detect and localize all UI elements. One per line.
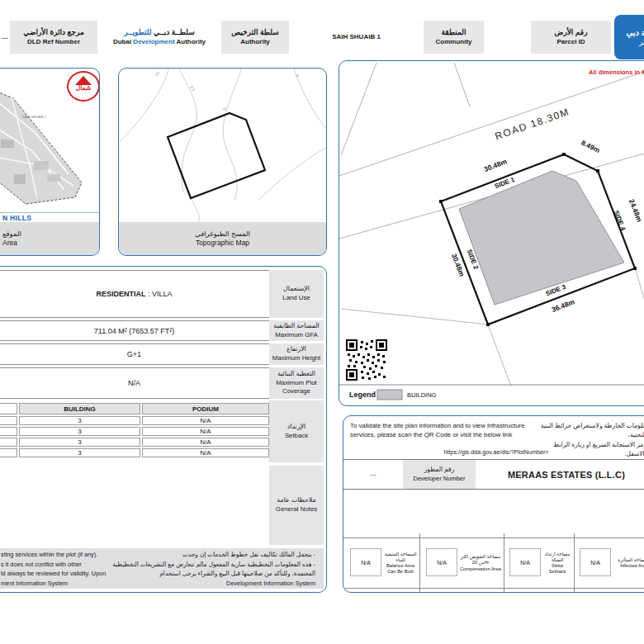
setback-label-ar: الإرتداد <box>287 423 305 432</box>
plot-details-panel: RESIDENTIAL : VILLA الإستعمال Land Use 7… <box>0 266 327 593</box>
setback-side-header <box>0 403 17 414</box>
authority-label-en: Authority <box>240 38 270 46</box>
note-ar-line2: - هذه المعلومات التخطيطية سارية المفعول … <box>68 560 315 570</box>
community-label: المنطقة Community <box>424 21 484 54</box>
road-label: ROAD 18.30M <box>494 106 571 142</box>
max-height-label-ar: الارتفاع <box>286 345 306 354</box>
land-use-label-en: Land Use <box>282 294 310 303</box>
max-gfa-label-en: Maximum GFA <box>275 331 318 340</box>
note-ar-line3: المعتمدة، وللتأكد من صلاحيتها قبل البيع … <box>68 569 315 579</box>
setback-row4-building: 3 <box>19 448 140 457</box>
validate-ar-line1: علومات الخارطة ولاستعراض خرائط البنية ال… <box>537 421 644 440</box>
setback-row4-side <box>0 448 17 457</box>
balance-area-label: المساحة المتبقية للبناء Balance Area Can… <box>383 541 418 585</box>
site-plan-drawing: ROAD 18.30M All dimensions in Meters 30.… <box>339 61 644 405</box>
parcel-id-label-ar: رقم الأرض <box>555 28 588 38</box>
validation-developer-panel: To validate the site plan information an… <box>343 415 644 593</box>
north-arrow-icon: شمال <box>67 71 100 102</box>
community-value: SAIH SHUAIB 1 <box>292 21 420 54</box>
topo-footer-en: Topographic Map <box>196 239 249 248</box>
developer-number-value: --- <box>345 460 401 489</box>
developer-row: --- رقم المطور Developer Number MERAAS E… <box>343 459 644 490</box>
notes-footer: sting services within the plot (if any).… <box>0 548 324 589</box>
compensation-area-label-ar: مساحة التعويض اكثر من 20% <box>459 554 502 566</box>
divider-3 <box>574 533 575 593</box>
topo-footer-ar: المسح الطبوغرافي <box>195 230 250 239</box>
validate-text-en: To validate the site plan information an… <box>350 421 548 440</box>
dda-logo-ar-blue: للتطويــر <box>124 28 151 36</box>
plot-coverage-value: N/A <box>0 367 269 399</box>
divider-2 <box>504 533 504 593</box>
land-use-bold: RESIDENTIAL <box>96 290 145 298</box>
site-plan-document: .... مرجع دائرة الأراضي DLD Ref Number س… <box>0 0 644 644</box>
general-notes-label: ملاحظات عامة General Notes <box>269 466 324 545</box>
dda-logo-en-2: Authority <box>175 38 206 45</box>
dld-ref-label-en: DLD Ref Number <box>27 38 80 46</box>
sikka-setback-label: مساحة ارتداد السكة Sikka Setback <box>542 541 572 585</box>
sikka-setback-label-en: Sikka Setback <box>542 563 572 575</box>
general-notes-label-en: General Notes <box>276 505 317 514</box>
side2-length: 30.48m <box>450 253 466 278</box>
balance-area-label-en: Balance Area Can Be Built <box>383 563 418 575</box>
gov-logo-line1: سلطة دبي <box>614 28 644 38</box>
divider-1 <box>419 533 420 593</box>
authority-label: سلطة الترخيص Authority <box>221 21 289 54</box>
side4-length: 24.48m <box>627 198 644 224</box>
compensation-area-value: N/A <box>426 548 457 576</box>
plot-coverage-label-en: Maximum Plot Coverage <box>269 379 324 396</box>
government-of-dubai-logo: سلطة دبي للتطوير <box>614 15 644 59</box>
validation-link: https://gis.dda.gov.ae/dis/?PlotNumber= <box>376 448 616 456</box>
topographic-map: 10 9.5 9 9 <box>119 69 325 222</box>
setback-row4-podium: N/A <box>142 448 269 457</box>
land-use-label-ar: الإستعمال <box>283 285 310 294</box>
setback-col-podium: PODIUM <box>142 403 269 414</box>
setback-row3-side <box>0 438 17 447</box>
land-use-label: الإستعمال Land Use <box>269 270 324 318</box>
setback-col-building: BUILDING <box>19 403 140 414</box>
project-name: N HILLS <box>0 214 31 222</box>
note-ar-line1: - يتحمل المالك تكاليف نقل خطوط الخدمات إ… <box>68 550 315 560</box>
qr-code <box>346 339 387 381</box>
setback-row2-podium: N/A <box>142 427 269 436</box>
legend-bar: Legend BUILDING <box>339 385 644 400</box>
dld-ref-value: .... <box>0 21 10 54</box>
dda-logo-arabic: سلطــة دبــي للتطويــر <box>124 28 195 38</box>
max-gfa-label: المساحة الطابقية Maximum GFA <box>269 320 324 341</box>
notes-arabic: - يتحمل المالك تكاليف نقل خطوط الخدمات إ… <box>68 550 315 588</box>
gov-logo-line2: للتطوير <box>614 38 644 47</box>
authority-label-ar: سلطة الترخيص <box>231 28 278 38</box>
setback-label: الإرتداد Setback <box>269 400 324 462</box>
site-plan-panel: ROAD 18.30M All dimensions in Meters 30.… <box>339 60 644 406</box>
compensation-area-label-en: Compensation Area <box>460 566 501 572</box>
setback-row2-side <box>0 427 17 436</box>
legend-title: Legend <box>349 391 376 399</box>
dda-logo-ar-main: سلطــة دبــي <box>151 28 194 36</box>
land-use-value: RESIDENTIAL : VILLA <box>0 270 269 318</box>
developer-name: MERAAS ESTATES (L.L.C) <box>477 460 644 489</box>
dda-logo-english: Dubai Development Authority <box>113 38 206 46</box>
location-panel-footer: الموقع Area <box>0 222 99 255</box>
max-height-value: G+1 <box>0 343 269 365</box>
dda-logo-en-1: Dubai <box>113 38 133 45</box>
affected-area-value: N/A <box>580 548 611 576</box>
dda-logo-en-blue: Development <box>133 38 174 45</box>
side1-length: 30.48m <box>483 157 509 173</box>
max-height-label-en: Maximum Height <box>272 354 321 363</box>
setback-label-en: Setback <box>285 432 308 441</box>
legend-building-swatch <box>377 390 402 400</box>
setback-row1-side <box>0 416 17 425</box>
developer-number-label: رقم المطور Developer Number <box>403 460 476 489</box>
setback-row1-building: 3 <box>19 416 140 425</box>
setback-row2-building: 3 <box>19 427 140 436</box>
plot-coverage-label: التغطية البنائية Maximum Plot Coverage <box>269 367 324 399</box>
location-footer-ar: الموقع <box>2 230 99 239</box>
land-use-rest: : VILLA <box>145 290 172 298</box>
general-notes-label-ar: ملاحظات عامة <box>277 496 315 505</box>
affected-area-label-en: Affected Area <box>620 563 644 569</box>
developer-number-label-en: Developer Number <box>414 475 466 484</box>
map-area-label: SAIH SHUAIB 1 <box>22 115 46 119</box>
dimensions-note: All dimensions in Meters <box>589 69 644 76</box>
affected-area-label-ar: المساحة المتأثرة <box>618 557 644 563</box>
contour-label-10: 10 <box>154 70 160 77</box>
corner-length: 8.49m <box>580 139 601 155</box>
